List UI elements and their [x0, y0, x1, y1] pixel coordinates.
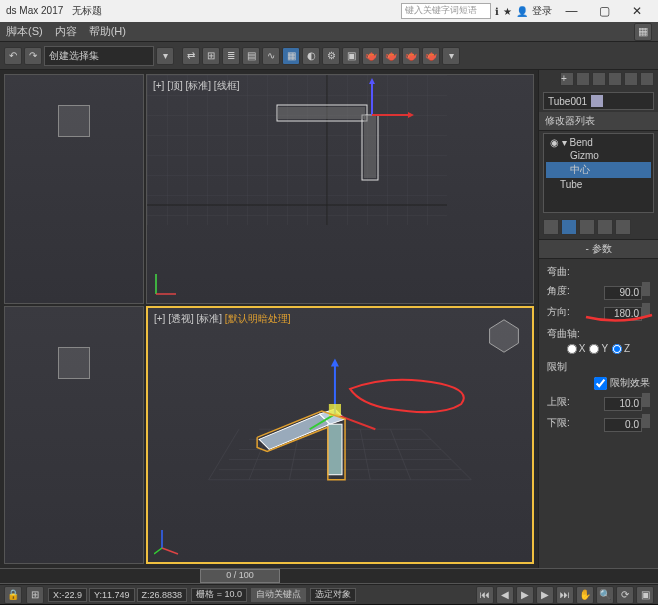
- modifier-bend[interactable]: ◉ ▾ Bend: [546, 136, 651, 149]
- render-setup-icon[interactable]: ⚙: [322, 47, 340, 65]
- bend-parameters: - 参数 弯曲: 角度: 90.0 方向: 180.0 弯曲轴: X Y Z 限…: [539, 240, 658, 441]
- upper-input[interactable]: 10.0: [604, 397, 642, 411]
- maximize-button[interactable]: ▢: [589, 4, 619, 18]
- viewport-perspective[interactable]: [+] [透视] [标准] [默认明暗处理]: [146, 306, 534, 564]
- lower-spinner[interactable]: [642, 414, 650, 428]
- make-unique-icon[interactable]: [579, 219, 595, 235]
- title-bar: ds Max 2017 无标题 键入关键字词短语 ℹ ★ 👤 登录 — ▢ ✕: [0, 0, 658, 22]
- axis-x-radio[interactable]: X: [567, 343, 586, 354]
- svg-marker-31: [331, 359, 339, 367]
- configure-sets-icon[interactable]: [615, 219, 631, 235]
- content-area: [+] [顶] [标准] [线框]: [0, 70, 658, 568]
- dropdown-arrow-icon[interactable]: ▾: [156, 47, 174, 65]
- lock-icon[interactable]: 🔒: [4, 586, 22, 604]
- mirror-icon[interactable]: ⇄: [182, 47, 200, 65]
- angle-spinner[interactable]: [642, 282, 650, 296]
- star-icon[interactable]: ★: [503, 6, 512, 17]
- svg-line-24: [360, 429, 370, 480]
- limit-effect-label: 限制效果: [610, 376, 650, 390]
- axis-z-radio[interactable]: Z: [612, 343, 630, 354]
- object-name-field[interactable]: Tube001: [543, 92, 654, 110]
- user-icon[interactable]: 👤: [516, 6, 528, 17]
- close-button[interactable]: ✕: [622, 4, 652, 18]
- direction-input[interactable]: 180.0: [604, 307, 642, 321]
- snap-icon[interactable]: ⊞: [26, 586, 44, 604]
- workspace-icon[interactable]: ▦: [634, 23, 652, 41]
- upper-spinner[interactable]: [642, 393, 650, 407]
- show-end-result-icon[interactable]: [561, 219, 577, 235]
- render3-icon[interactable]: 🫖: [402, 47, 420, 65]
- modifier-stack[interactable]: ◉ ▾ Bend Gizmo 中心 Tube: [543, 133, 654, 213]
- modifier-tube[interactable]: Tube: [546, 178, 651, 191]
- zoom-icon[interactable]: 🔍: [596, 586, 614, 604]
- x-coord[interactable]: X:-22.9: [48, 588, 87, 602]
- viewport-bottom-left[interactable]: [4, 306, 144, 564]
- toggle-icon[interactable]: ▤: [242, 47, 260, 65]
- pan-icon[interactable]: ✋: [576, 586, 594, 604]
- menu-help[interactable]: 帮助(H): [89, 24, 126, 39]
- svg-line-20: [209, 429, 239, 480]
- layer-icon[interactable]: ≣: [222, 47, 240, 65]
- direction-spinner[interactable]: [642, 303, 650, 317]
- svg-rect-0: [147, 75, 447, 225]
- menu-script[interactable]: 脚本(S): [6, 24, 43, 39]
- minimize-button[interactable]: —: [556, 4, 586, 18]
- remove-modifier-icon[interactable]: [597, 219, 613, 235]
- schematic-icon[interactable]: ▦: [282, 47, 300, 65]
- selected-filter[interactable]: 选定对象: [310, 588, 356, 602]
- viewcube-tl[interactable]: [58, 105, 90, 137]
- angle-input[interactable]: 90.0: [604, 286, 642, 300]
- angle-label: 角度:: [547, 284, 570, 298]
- lower-input[interactable]: 0.0: [604, 418, 642, 432]
- help-icon[interactable]: ℹ: [495, 6, 499, 17]
- tab-display-icon[interactable]: [624, 72, 638, 86]
- next-frame-icon[interactable]: ▶: [536, 586, 554, 604]
- status-bar: 🔒 ⊞ X:-22.9 Y:11.749 Z:26.8838 栅格 = 10.0…: [0, 584, 658, 604]
- viewport-top[interactable]: [+] [顶] [标准] [线框]: [146, 74, 534, 304]
- tab-utilities-icon[interactable]: [640, 72, 654, 86]
- material-icon[interactable]: ◐: [302, 47, 320, 65]
- prev-frame-icon[interactable]: ◀: [496, 586, 514, 604]
- align-icon[interactable]: ⊞: [202, 47, 220, 65]
- search-input[interactable]: 键入关键字词短语: [401, 3, 491, 19]
- autokey-button[interactable]: 自动关键点: [251, 588, 306, 602]
- modifier-gizmo[interactable]: Gizmo: [546, 149, 651, 162]
- render4-icon[interactable]: 🫖: [422, 47, 440, 65]
- panel-tabs: +: [539, 70, 658, 90]
- menu-bar: 脚本(S) 内容 帮助(H) ▦: [0, 22, 658, 42]
- upper-label: 上限:: [547, 395, 570, 409]
- selection-set-dropdown[interactable]: 创建选择集: [44, 46, 154, 66]
- tab-hierarchy-icon[interactable]: [592, 72, 606, 86]
- menu-content[interactable]: 内容: [55, 24, 77, 39]
- viewcube-bl[interactable]: [58, 347, 90, 379]
- render-frame-icon[interactable]: ▣: [342, 47, 360, 65]
- render2-icon[interactable]: 🫖: [382, 47, 400, 65]
- curve-editor-icon[interactable]: ∿: [262, 47, 280, 65]
- bend-group-label: 弯曲:: [547, 265, 650, 279]
- z-coord[interactable]: Z:26.8838: [137, 588, 188, 602]
- play-icon[interactable]: ▶: [516, 586, 534, 604]
- axis-y-radio[interactable]: Y: [589, 343, 608, 354]
- modifier-list-header[interactable]: 修改器列表: [539, 112, 658, 131]
- render5-icon[interactable]: ▾: [442, 47, 460, 65]
- command-panel: + Tube001 修改器列表 ◉ ▾ Bend Gizmo 中心 Tube -…: [538, 70, 658, 568]
- orbit-icon[interactable]: ⟳: [616, 586, 634, 604]
- viewport-top-left[interactable]: [4, 74, 144, 304]
- limit-effect-checkbox[interactable]: [594, 377, 607, 390]
- maximize-vp-icon[interactable]: ▣: [636, 586, 654, 604]
- pin-stack-icon[interactable]: [543, 219, 559, 235]
- tab-modify-icon[interactable]: [576, 72, 590, 86]
- time-slider[interactable]: 0 / 100: [0, 568, 658, 584]
- object-color-swatch[interactable]: [591, 95, 603, 107]
- modifier-center[interactable]: 中心: [546, 162, 651, 178]
- tab-motion-icon[interactable]: [608, 72, 622, 86]
- unlink-icon[interactable]: ↷: [24, 47, 42, 65]
- goto-end-icon[interactable]: ⏭: [556, 586, 574, 604]
- goto-start-icon[interactable]: ⏮: [476, 586, 494, 604]
- y-coord[interactable]: Y:11.749: [89, 588, 135, 602]
- tab-create-icon[interactable]: +: [560, 72, 574, 86]
- time-slider-thumb[interactable]: 0 / 100: [200, 569, 280, 583]
- signin-label[interactable]: 登录: [532, 4, 552, 18]
- render-icon[interactable]: 🫖: [362, 47, 380, 65]
- link-icon[interactable]: ↶: [4, 47, 22, 65]
